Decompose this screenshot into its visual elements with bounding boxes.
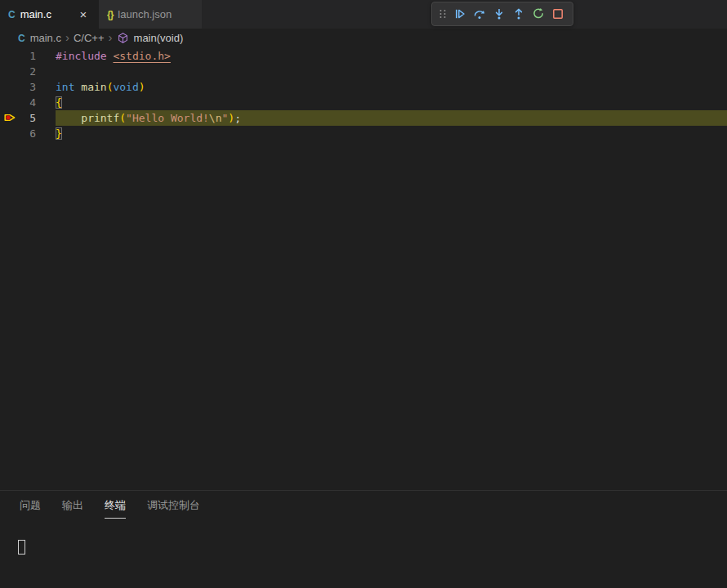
panel-tab-bar: 问题 输出 终端 调试控制台 [0, 491, 727, 519]
c-file-icon: C [18, 33, 25, 44]
code-token: } [56, 127, 62, 140]
code-line[interactable]: 6} [0, 126, 727, 141]
debug-step-out-icon[interactable] [509, 2, 529, 25]
code-token: ) [228, 112, 234, 124]
debug-continue-icon[interactable] [450, 2, 470, 25]
code-editor[interactable]: 1#include <stdio.h>23int main(void)4{ 5 … [0, 48, 727, 490]
debug-stop-icon[interactable] [548, 2, 568, 25]
panel-tab-terminal[interactable]: 终端 [105, 498, 126, 519]
line-number: 3 [29, 79, 56, 95]
editor-tab-bar: C main.c × {} launch.json [0, 0, 727, 29]
debug-restart-icon[interactable] [529, 2, 548, 25]
code-token: ; [234, 112, 241, 124]
cube-symbol-icon [117, 32, 129, 44]
debug-step-into-icon[interactable] [489, 2, 509, 25]
gutter[interactable]: 5 [0, 110, 56, 126]
breadcrumb-item-file[interactable]: main.c [30, 32, 61, 44]
code-line-text: { [56, 95, 62, 110]
debug-toolbar [431, 2, 573, 26]
breakpoint-current-line-icon[interactable] [4, 112, 16, 127]
code-token: main [81, 81, 106, 93]
gutter[interactable]: 1 [0, 48, 56, 64]
code-line[interactable]: 3int main(void) [0, 79, 727, 95]
code-token: \n [209, 112, 222, 124]
panel-tab-output[interactable]: 输出 [62, 498, 83, 518]
chevron-right-icon: › [109, 30, 113, 44]
code-line-text: #include <stdio.h> [56, 48, 171, 64]
json-braces-icon: {} [107, 9, 113, 20]
gutter[interactable]: 2 [0, 64, 56, 79]
breadcrumb-item-language[interactable]: C/C++ [74, 32, 105, 44]
c-file-icon: C [8, 9, 16, 20]
tab-label: main.c [20, 8, 51, 20]
tab-launch-json[interactable]: {} launch.json [99, 0, 202, 29]
code-token: { [56, 96, 62, 109]
breadcrumb: C main.c › C/C++ › main(void) [0, 29, 727, 47]
code-token: ( [119, 112, 126, 124]
terminal-area[interactable] [0, 523, 727, 588]
line-number: 4 [29, 95, 56, 110]
code-token: "Hello World! [126, 112, 209, 124]
terminal-cursor [18, 540, 25, 555]
gutter[interactable]: 6 [0, 126, 56, 141]
debug-step-over-icon[interactable] [470, 2, 489, 25]
bottom-panel: 问题 输出 终端 调试控制台 [0, 490, 727, 588]
line-number: 2 [29, 64, 56, 79]
gutter[interactable]: 4 [0, 95, 56, 110]
breadcrumb-item-symbol[interactable]: main(void) [134, 32, 184, 44]
code-line[interactable]: 5 printf("Hello World!\n"); [0, 110, 727, 126]
tab-label: launch.json [118, 8, 172, 20]
chevron-right-icon: › [65, 30, 69, 44]
code-token: <stdio.h> [113, 50, 170, 62]
close-icon[interactable]: × [76, 8, 91, 20]
vscode-window: C main.c × {} launch.json [0, 0, 727, 588]
code-token: int [56, 81, 74, 93]
code-line[interactable]: 1#include <stdio.h> [0, 48, 727, 64]
code-line-text: int main(void) [56, 79, 145, 95]
code-line-text: printf("Hello World!\n"); [56, 110, 727, 126]
code-token [56, 112, 81, 124]
tab-main-c[interactable]: C main.c × [0, 0, 99, 29]
panel-tab-debug-console[interactable]: 调试控制台 [147, 498, 200, 518]
line-number: 5 [29, 110, 56, 126]
drag-handle-icon[interactable] [435, 2, 450, 25]
code-line[interactable]: 2 [0, 64, 727, 79]
line-number: 6 [29, 126, 56, 141]
code-token: void [113, 81, 138, 93]
code-token: #include [56, 50, 107, 62]
code-line[interactable]: 4{ [0, 95, 727, 110]
gutter[interactable]: 3 [0, 79, 56, 95]
line-number: 1 [29, 48, 56, 64]
code-token: printf [81, 112, 119, 124]
panel-tab-problems[interactable]: 问题 [20, 498, 41, 518]
code-token: ) [139, 81, 145, 93]
code-line-text: } [56, 126, 62, 141]
